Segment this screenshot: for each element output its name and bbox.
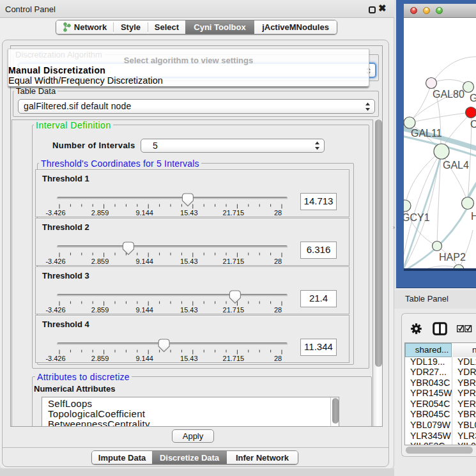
svg-text:GAL11: GAL11 (411, 128, 442, 139)
svg-text:HAP2: HAP2 (439, 252, 466, 263)
svg-text:C: C (470, 119, 476, 130)
svg-text:HI: HI (471, 211, 476, 222)
svg-text:GAL4: GAL4 (443, 160, 469, 171)
svg-text:GAL80: GAL80 (433, 89, 464, 100)
svg-text:GA: GA (470, 93, 476, 104)
svg-text:GCY1: GCY1 (404, 212, 430, 223)
